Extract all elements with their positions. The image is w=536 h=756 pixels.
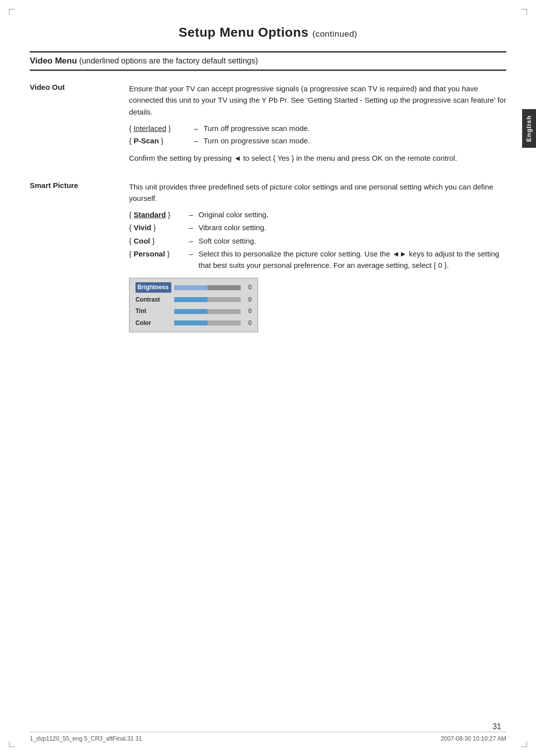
picture-settings-box: Brightness 0 Contrast 0 <box>129 278 258 332</box>
smart-option-personal: { Personal } – Select this to personaliz… <box>129 248 506 271</box>
menu-row-smart-picture: Smart Picture This unit provides three p… <box>30 181 506 332</box>
setting-color-value: 0 <box>244 318 252 328</box>
setting-tint-label: Tint <box>135 307 171 316</box>
page-number: 31 <box>492 722 501 731</box>
setting-contrast-label: Contrast <box>135 295 171 305</box>
section-header: Video Menu (underlined options are the f… <box>30 51 506 71</box>
smart-option-personal-dash: – <box>184 248 199 259</box>
option-pscan-dash: – <box>189 135 203 146</box>
video-out-description: Ensure that your TV can accept progressi… <box>129 83 506 118</box>
footer: 1_dvp1120_55_eng 5_CR3_aftFinal.31 31 20… <box>30 732 506 742</box>
smart-option-vivid-desc: Vibrant color setting. <box>199 222 506 233</box>
menu-content-smart-picture: This unit provides three predefined sets… <box>129 181 506 332</box>
page-title-suffix: (continued) <box>312 29 357 39</box>
setting-tint-value: 0 <box>244 307 252 316</box>
smart-option-personal-name: { Personal } <box>129 248 184 259</box>
setting-contrast-bar <box>174 297 241 302</box>
content-area: Video Out Ensure that your TV can accept… <box>30 83 506 344</box>
smart-option-vivid: { Vivid } – Vibrant color setting. <box>129 222 506 233</box>
setting-color-label: Color <box>135 318 171 328</box>
setting-row-contrast: Contrast 0 <box>135 295 252 305</box>
option-pscan-name: { P-Scan } <box>129 135 189 146</box>
page-title-main: Setup Menu Options <box>179 25 309 40</box>
page-title: Setup Menu Options (continued) <box>30 25 506 40</box>
setting-contrast-value: 0 <box>244 295 252 305</box>
setting-row-color: Color 0 <box>135 318 252 328</box>
setting-color-bar <box>174 320 241 325</box>
smart-option-cool-dash: – <box>184 235 199 247</box>
option-pscan-desc: Turn on progressive scan mode. <box>203 135 506 146</box>
smart-option-cool-desc: Soft color setting. <box>199 235 506 247</box>
setting-contrast-fill <box>174 297 207 302</box>
footer-right: 2007-08-30 10:10:27 AM <box>441 735 506 742</box>
setting-row-tint: Tint 0 <box>135 307 252 316</box>
menu-label-video-out: Video Out <box>30 83 129 91</box>
smart-option-personal-desc: Select this to personalize the picture c… <box>199 248 506 271</box>
setting-tint-fill <box>174 309 207 314</box>
setting-tint-bar <box>174 309 241 314</box>
section-title: Video Menu <box>30 56 77 65</box>
setting-brightness-label: Brightness <box>135 282 171 293</box>
setting-brightness-value: 0 <box>244 283 252 292</box>
menu-content-video-out: Ensure that your TV can accept progressi… <box>129 83 506 169</box>
smart-option-standard: { Standard } – Original color setting. <box>129 209 506 220</box>
smart-option-cool: { Cool } – Soft color setting. <box>129 235 506 247</box>
video-out-options: { Interlaced } – Turn off progressive sc… <box>129 123 506 147</box>
smart-option-standard-dash: – <box>184 209 199 220</box>
menu-label-smart-picture: Smart Picture <box>30 181 129 189</box>
option-interlaced-desc: Turn off progressive scan mode. <box>203 123 506 134</box>
menu-row-video-out: Video Out Ensure that your TV can accept… <box>30 83 506 169</box>
option-interlaced: { Interlaced } – Turn off progressive sc… <box>129 123 506 134</box>
smart-picture-options: { Standard } – Original color setting. {… <box>129 209 506 271</box>
smart-option-standard-name: { Standard } <box>129 209 184 220</box>
option-interlaced-dash: – <box>189 123 203 134</box>
setting-color-fill <box>174 320 207 325</box>
setting-brightness-bar <box>174 285 241 290</box>
video-out-after-options: Confirm the setting by pressing ◄ to sel… <box>129 152 506 164</box>
smart-option-standard-desc: Original color setting. <box>199 209 506 220</box>
smart-option-vivid-name: { Vivid } <box>129 222 184 233</box>
smart-option-vivid-dash: – <box>184 222 199 233</box>
setting-brightness-fill <box>174 285 207 290</box>
option-interlaced-name: { Interlaced } <box>129 123 189 134</box>
setting-row-brightness: Brightness 0 <box>135 282 252 293</box>
footer-left: 1_dvp1120_55_eng 5_CR3_aftFinal.31 31 <box>30 735 142 742</box>
smart-option-cool-name: { Cool } <box>129 235 184 247</box>
section-subtitle: (underlined options are the factory defa… <box>79 57 258 65</box>
smart-picture-description: This unit provides three predefined sets… <box>129 181 506 204</box>
option-pscan: { P-Scan } – Turn on progressive scan mo… <box>129 135 506 146</box>
